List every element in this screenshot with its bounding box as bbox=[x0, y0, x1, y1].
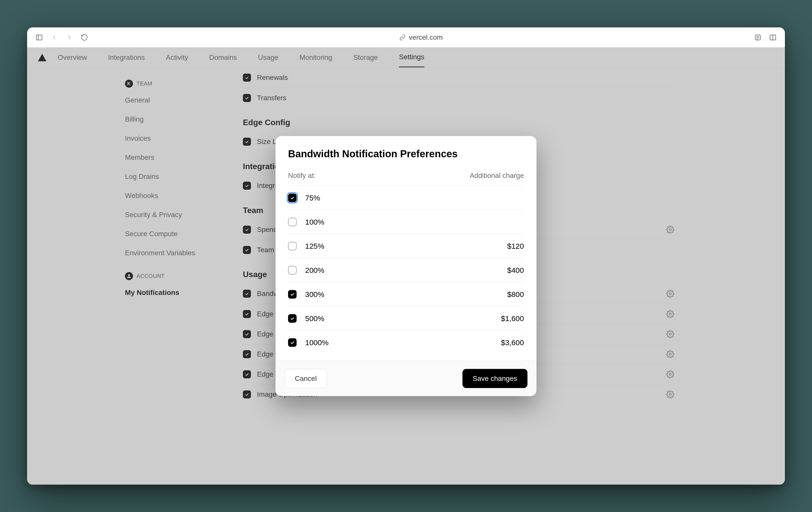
threshold-row: 300%$800 bbox=[288, 282, 524, 306]
threshold-checkbox[interactable] bbox=[288, 193, 297, 202]
threshold-row: 100% bbox=[288, 210, 524, 234]
threshold-percent: 1000% bbox=[305, 339, 492, 347]
modal-title: Bandwidth Notification Preferences bbox=[288, 148, 524, 160]
threshold-row: 75% bbox=[288, 186, 524, 210]
reader-icon[interactable] bbox=[753, 33, 762, 42]
link-icon bbox=[399, 34, 406, 41]
forward-icon[interactable] bbox=[65, 33, 74, 42]
tabs-icon[interactable] bbox=[768, 33, 777, 42]
threshold-checkbox[interactable] bbox=[288, 266, 297, 274]
notify-at-label: Notify at: bbox=[288, 171, 316, 180]
threshold-checkbox[interactable] bbox=[288, 218, 297, 226]
threshold-checkbox[interactable] bbox=[288, 314, 297, 323]
threshold-charge: $800 bbox=[507, 290, 524, 298]
bandwidth-preferences-modal: Bandwidth Notification Preferences Notif… bbox=[276, 136, 536, 396]
back-icon[interactable] bbox=[50, 33, 59, 42]
threshold-percent: 300% bbox=[305, 290, 499, 298]
threshold-percent: 100% bbox=[305, 218, 524, 226]
threshold-row: 500%$1,600 bbox=[288, 306, 524, 331]
sidebar-toggle-icon[interactable] bbox=[35, 33, 44, 42]
address-text: vercel.com bbox=[409, 33, 443, 42]
threshold-charge: $400 bbox=[507, 266, 524, 274]
threshold-row: 1000%$3,600 bbox=[288, 331, 524, 355]
threshold-charge: $120 bbox=[507, 242, 524, 250]
threshold-charge: $3,600 bbox=[501, 339, 524, 347]
browser-window: vercel.com OverviewIntegrationsActivityD… bbox=[27, 27, 785, 485]
address-bar[interactable]: vercel.com bbox=[95, 33, 747, 42]
threshold-percent: 200% bbox=[305, 266, 499, 274]
threshold-charge: $1,600 bbox=[501, 314, 524, 323]
svg-rect-0 bbox=[36, 35, 42, 40]
save-changes-button[interactable]: Save changes bbox=[462, 369, 527, 388]
threshold-checkbox[interactable] bbox=[288, 290, 297, 298]
threshold-row: 125%$120 bbox=[288, 234, 524, 258]
app-area: OverviewIntegrationsActivityDomainsUsage… bbox=[27, 48, 785, 485]
threshold-checkbox[interactable] bbox=[288, 242, 297, 250]
cancel-button[interactable]: Cancel bbox=[285, 369, 327, 388]
threshold-checkbox[interactable] bbox=[288, 339, 297, 347]
additional-charge-label: Additional charge bbox=[470, 171, 524, 180]
reload-icon[interactable] bbox=[80, 33, 89, 42]
threshold-percent: 500% bbox=[305, 314, 492, 323]
threshold-percent: 125% bbox=[305, 242, 499, 250]
threshold-row: 200%$400 bbox=[288, 258, 524, 282]
browser-toolbar: vercel.com bbox=[27, 27, 785, 48]
threshold-percent: 75% bbox=[305, 193, 524, 202]
